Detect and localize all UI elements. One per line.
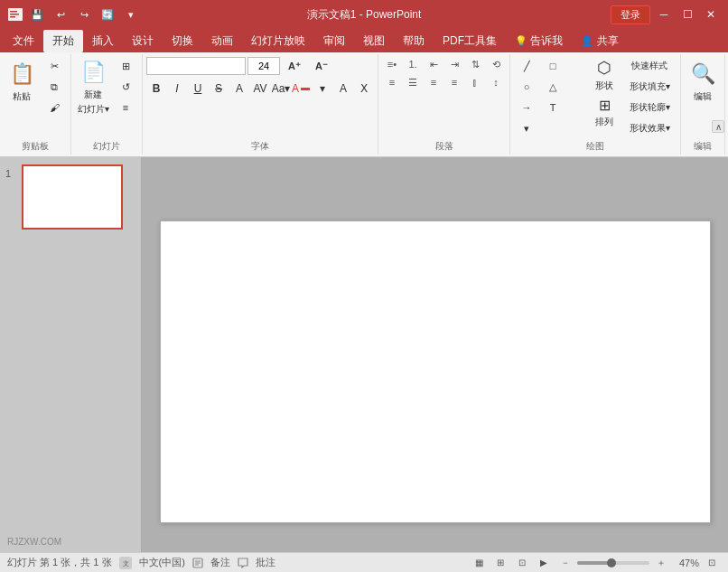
- login-button[interactable]: 登录: [611, 5, 650, 24]
- notes-label[interactable]: 备注: [210, 556, 230, 569]
- convert-smartart-button[interactable]: ⟲: [486, 56, 506, 72]
- menu-file[interactable]: 文件: [4, 30, 43, 52]
- section-button[interactable]: ≡: [113, 98, 138, 117]
- shapes-button[interactable]: ⬡ 形状: [588, 56, 621, 94]
- menu-design[interactable]: 设计: [123, 30, 163, 52]
- paste-button[interactable]: 📋 粘贴: [4, 56, 40, 107]
- reading-view-button[interactable]: ⊡: [513, 556, 531, 570]
- menu-bar: 文件 开始 插入 设计 切换 动画 幻灯片放映 审阅 视图 帮助 PDF工具集 …: [0, 29, 728, 52]
- cut-button[interactable]: ✂: [42, 56, 67, 76]
- fit-slide-button[interactable]: ⊡: [703, 556, 721, 570]
- align-right-button[interactable]: ≡: [424, 74, 443, 90]
- slideshow-button[interactable]: ▶: [535, 556, 553, 570]
- slide-number: 1: [5, 168, 18, 179]
- slide-thumbnail[interactable]: [22, 164, 123, 230]
- shape-effect-button[interactable]: 形状效果▾: [622, 118, 677, 138]
- format-painter-button[interactable]: 🖌: [42, 98, 67, 117]
- menu-view[interactable]: 视图: [354, 30, 394, 52]
- comments-label[interactable]: 批注: [256, 556, 275, 569]
- line-spacing-button[interactable]: ↕: [486, 74, 506, 90]
- slide-sorter-button[interactable]: ⊞: [491, 556, 509, 570]
- rect-shape[interactable]: □: [540, 56, 565, 76]
- redo-button[interactable]: ↪: [74, 5, 94, 23]
- shape-fill-button[interactable]: 形状填充▾: [622, 77, 677, 97]
- text-shape[interactable]: T: [540, 98, 565, 117]
- editing-button[interactable]: 🔍 编辑: [685, 56, 721, 107]
- new-slide-button[interactable]: 📄 新建 幻灯片▾: [75, 56, 111, 117]
- clear-format-button[interactable]: Ⅹ: [354, 80, 374, 98]
- increase-font-button[interactable]: A⁺: [282, 56, 307, 76]
- text-shadow-button[interactable]: A: [229, 80, 249, 98]
- status-right: ▦ ⊞ ⊡ ▶ － ＋ 47% ⊡: [470, 556, 721, 570]
- save-button[interactable]: 💾: [27, 5, 47, 23]
- undo-button[interactable]: ↩: [51, 5, 70, 23]
- menu-tell-me[interactable]: 💡 告诉我: [506, 30, 572, 52]
- autorecovery-button[interactable]: 🔄: [98, 5, 117, 23]
- normal-view-button[interactable]: ▦: [470, 556, 488, 570]
- numbering-button[interactable]: 1.: [403, 56, 423, 72]
- reset-button[interactable]: ↺: [113, 77, 138, 97]
- font-size-input[interactable]: [247, 57, 280, 75]
- menu-help[interactable]: 帮助: [394, 30, 434, 52]
- quick-style-button[interactable]: 快速样式: [622, 56, 677, 76]
- decrease-indent-button[interactable]: ⇤: [424, 56, 443, 72]
- menu-home[interactable]: 开始: [43, 30, 83, 52]
- ribbon-group-editing: 🔍 编辑 编辑: [681, 54, 725, 155]
- font-color-arrow[interactable]: ▾: [313, 80, 332, 98]
- strikethrough-button[interactable]: S: [209, 80, 229, 98]
- zoom-fill: [577, 561, 611, 565]
- oval-shape[interactable]: ○: [514, 77, 539, 97]
- shape-grid: ╱ □ ○ △ → T ▾: [514, 56, 586, 138]
- menu-transitions[interactable]: 切换: [163, 30, 202, 52]
- clipboard-buttons: 📋 粘贴 ✂ ⧉ 🖌: [4, 56, 67, 138]
- zoom-out-button[interactable]: －: [556, 556, 574, 570]
- ribbon-collapse-button[interactable]: ∧: [712, 120, 724, 133]
- menu-share[interactable]: 👤 共享: [572, 30, 627, 52]
- layout-button[interactable]: ⊞: [113, 56, 138, 76]
- triangle-shape[interactable]: △: [540, 77, 565, 97]
- decrease-font-button[interactable]: A⁻: [309, 56, 334, 76]
- font-color-button[interactable]: A: [292, 80, 312, 98]
- underline-button[interactable]: U: [188, 80, 208, 98]
- increase-indent-button[interactable]: ⇥: [444, 56, 464, 72]
- copy-button[interactable]: ⧉: [42, 77, 67, 97]
- arrange-button[interactable]: ⊞ 排列: [588, 95, 621, 130]
- align-center-button[interactable]: ☰: [403, 74, 423, 90]
- shape-outline-button[interactable]: 形状轮廓▾: [622, 98, 677, 117]
- title-bar-right: 登录 ─ ☐ ✕: [611, 5, 721, 24]
- close-button[interactable]: ✕: [701, 5, 721, 23]
- character-spacing-button[interactable]: AV: [250, 80, 270, 98]
- highlight-button[interactable]: A: [333, 80, 353, 98]
- bold-button[interactable]: B: [146, 80, 166, 98]
- ribbon: 📋 粘贴 ✂ ⧉ 🖌 剪贴板 📄 新建 幻灯片▾ ⊞: [0, 52, 728, 157]
- text-direction-button[interactable]: ⇅: [465, 56, 485, 72]
- minimize-button[interactable]: ─: [654, 5, 674, 23]
- zoom-slider[interactable]: [577, 561, 649, 565]
- arrow-shape[interactable]: →: [514, 98, 539, 117]
- zoom-in-button[interactable]: ＋: [652, 556, 670, 570]
- menu-review[interactable]: 审阅: [314, 30, 354, 52]
- justify-button[interactable]: ≡: [444, 74, 464, 90]
- menu-animations[interactable]: 动画: [202, 30, 242, 52]
- more-shapes[interactable]: ▾: [514, 118, 539, 138]
- notes-button[interactable]: [192, 557, 203, 568]
- zoom-percent[interactable]: 47%: [674, 558, 699, 568]
- bullets-button[interactable]: ≡•: [382, 56, 402, 72]
- slide-panel[interactable]: 1: [0, 157, 142, 572]
- menu-pdf[interactable]: PDF工具集: [434, 30, 506, 52]
- columns-button[interactable]: ⫿: [465, 74, 485, 90]
- canvas-area[interactable]: [142, 157, 728, 572]
- drawing-buttons: ╱ □ ○ △ → T ▾ ⬡ 形状 ⊞: [514, 56, 677, 138]
- menu-slideshow[interactable]: 幻灯片放映: [242, 30, 314, 52]
- line-shape[interactable]: ╱: [514, 56, 539, 76]
- restore-button[interactable]: ☐: [677, 5, 697, 23]
- menu-insert[interactable]: 插入: [83, 30, 123, 52]
- language-indicator[interactable]: 文: [119, 556, 132, 568]
- change-case-button[interactable]: Aa▾: [271, 80, 291, 98]
- slide-canvas[interactable]: [160, 220, 711, 523]
- italic-button[interactable]: I: [167, 80, 187, 98]
- align-left-button[interactable]: ≡: [382, 74, 402, 90]
- font-name-input[interactable]: [146, 57, 246, 75]
- font-controls: A⁺ A⁻ B I U S A AV Aa▾ A ▾ A Ⅹ: [146, 56, 374, 138]
- customize-button[interactable]: ▾: [121, 5, 141, 23]
